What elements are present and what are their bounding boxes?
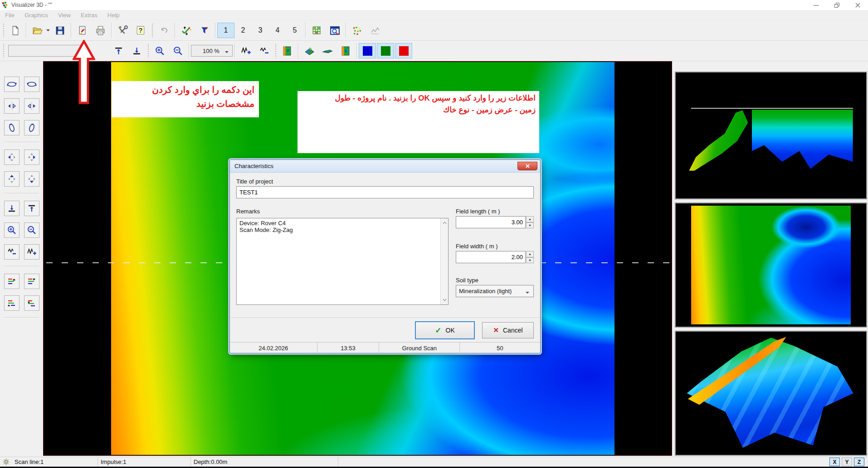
preview-panel (674, 61, 868, 457)
undo-button[interactable] (155, 22, 173, 39)
impulse-plus-button[interactable] (237, 43, 255, 59)
toolbar-grip[interactable] (151, 23, 153, 38)
layers-lower-button[interactable] (24, 274, 39, 289)
scroll-up-icon[interactable] (441, 219, 448, 227)
toolbar-grip[interactable] (2, 43, 5, 58)
dialog-title-bar[interactable]: Characteristics (230, 160, 540, 173)
field-length-input[interactable] (456, 216, 526, 228)
close-icon (526, 164, 530, 168)
side-profile-view[interactable] (675, 72, 867, 199)
characteristics-dialog: Characteristics Title of project Remarks… (229, 159, 541, 353)
axis-x-button[interactable]: X (829, 458, 840, 466)
move-left-button[interactable] (4, 150, 20, 165)
layers-raise-button[interactable] (4, 274, 20, 289)
restore-button[interactable] (826, 0, 847, 10)
map-view-button[interactable] (278, 43, 296, 59)
close-button[interactable] (847, 0, 868, 10)
move-up-button[interactable] (4, 171, 20, 187)
remarks-scrollbar[interactable] (440, 218, 448, 304)
page-4-button[interactable]: 4 (269, 23, 286, 38)
grid-view-button[interactable] (307, 22, 326, 39)
move-right-button[interactable] (24, 150, 39, 165)
level-bottom-icon (6, 203, 17, 214)
toolbar-grip[interactable] (147, 43, 149, 58)
color-blue-button[interactable] (359, 43, 376, 58)
axis-y-button[interactable]: Y (842, 458, 852, 466)
signal-check-button[interactable] (177, 22, 195, 39)
zoom-level-selector[interactable]: 100 % (191, 45, 233, 57)
axis-buttons: X Y Z (829, 458, 864, 466)
preview-button[interactable] (326, 22, 344, 39)
menu-extras[interactable]: Extras (76, 12, 102, 19)
filter-button[interactable] (195, 22, 213, 39)
surface-3d-icon (304, 45, 315, 57)
toolbar-grip[interactable] (274, 43, 277, 58)
scroll-down-icon[interactable] (441, 296, 448, 304)
page-5-button[interactable]: 5 (286, 23, 303, 38)
new-project-button[interactable] (6, 22, 24, 39)
soil-type-selector[interactable]: Mineralization (light) (456, 285, 534, 297)
impulse-plus-button-side[interactable] (24, 244, 39, 260)
line-chart-icon (370, 25, 381, 36)
zoom-out-button[interactable] (169, 43, 187, 59)
level-bottom-button-side[interactable] (4, 201, 20, 216)
rotate-roll-ccw-button[interactable] (4, 120, 20, 135)
spin-down-icon[interactable]: ▼ (526, 257, 534, 264)
impulse-minus-button[interactable] (255, 43, 273, 59)
save-button[interactable] (51, 22, 69, 39)
spin-down-icon[interactable]: ▼ (526, 222, 534, 229)
print-button[interactable] (91, 22, 109, 39)
layers-raise-2-button[interactable] (4, 295, 20, 311)
menu-view[interactable]: View (53, 12, 76, 19)
impulse-minus-button-side[interactable] (4, 244, 20, 260)
map-view-2-button[interactable] (336, 43, 355, 59)
rotate-pitch-up-button[interactable] (4, 77, 20, 92)
dialog-close-button[interactable] (517, 162, 537, 170)
page-1-button[interactable]: 1 (217, 23, 234, 38)
menu-help[interactable]: Help (102, 12, 125, 19)
zoom-out-button-side[interactable] (24, 222, 39, 238)
spin-up-icon[interactable]: ▲ (526, 251, 534, 257)
top-down-view[interactable] (675, 203, 867, 328)
open-project-button[interactable] (28, 22, 46, 39)
toolbar-separator (71, 23, 71, 38)
move-left-icon (6, 152, 17, 163)
cancel-button[interactable]: ✕ Cancel (482, 322, 534, 338)
surface-flat-button[interactable] (318, 43, 336, 59)
menu-file[interactable]: File (0, 12, 20, 19)
remarks-textarea[interactable]: Device: Rover C4 Scan Mode: Zig-Zag (237, 218, 440, 304)
minimize-button[interactable] (805, 0, 826, 10)
help-button[interactable]: ? (132, 22, 150, 39)
zoom-in-button-side[interactable] (4, 222, 20, 238)
field-width-input[interactable] (456, 251, 526, 263)
color-red-button[interactable] (395, 43, 412, 58)
rotate-roll-cw-button[interactable] (24, 120, 39, 135)
color-green-button[interactable] (377, 43, 394, 58)
move-down-button[interactable] (24, 171, 39, 187)
rotate-yaw-right-button[interactable] (24, 98, 39, 114)
open-dropdown-caret[interactable] (46, 29, 50, 33)
level-top-button-side[interactable] (24, 201, 39, 216)
menu-graphics[interactable]: Graphics (20, 12, 53, 19)
characteristics-button[interactable] (73, 22, 91, 39)
level-top-button[interactable] (109, 43, 127, 59)
page-2-button[interactable]: 2 (234, 23, 252, 38)
layers-lower-2-button[interactable] (24, 295, 39, 311)
curve-mode-button[interactable] (366, 22, 384, 39)
options-button[interactable] (113, 22, 132, 39)
rotate-pitch-down-button[interactable] (24, 77, 39, 92)
rotate-yaw-left-button[interactable] (4, 98, 20, 114)
green-swatch-icon (381, 46, 390, 56)
zoom-in-button[interactable] (151, 43, 169, 59)
toolbar-grip[interactable] (2, 23, 5, 38)
ok-button[interactable]: ✓ OK (415, 321, 475, 339)
spin-up-icon[interactable]: ▲ (526, 216, 534, 222)
page-3-button[interactable]: 3 (252, 23, 269, 38)
perspective-3d-view[interactable] (675, 331, 867, 456)
level-bottom-button[interactable] (127, 43, 146, 59)
project-title-input[interactable] (236, 186, 534, 198)
level-top-icon (26, 203, 37, 214)
axis-z-button[interactable]: Z (854, 458, 864, 466)
point-mode-button[interactable] (348, 22, 366, 39)
surface-3d-button[interactable] (300, 43, 318, 59)
